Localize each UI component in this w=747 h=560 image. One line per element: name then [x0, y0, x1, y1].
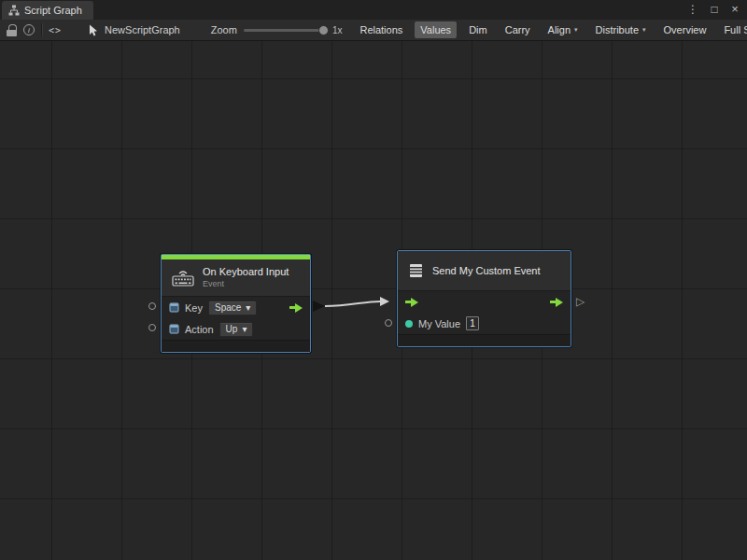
- relations-button[interactable]: Relations: [354, 21, 408, 38]
- external-port-circle-key[interactable]: [148, 302, 156, 310]
- node-on-keyboard-input[interactable]: On Keyboard Input Event Key Space ▾: [161, 254, 311, 353]
- info-icon[interactable]: i: [23, 24, 35, 35]
- zoom-slider[interactable]: [244, 29, 326, 32]
- node-title: On Keyboard Input: [203, 266, 289, 278]
- keyboard-icon: [171, 269, 195, 287]
- carry-label: Carry: [505, 24, 530, 35]
- window-controls: ⋮ □ ×: [687, 3, 740, 15]
- script-graph-window: Script Graph ⋮ □ × i <> NewScriptGraph Z…: [0, 0, 747, 560]
- node-header[interactable]: On Keyboard Input Event: [162, 259, 310, 297]
- connection-wire[interactable]: [325, 301, 380, 306]
- wire-start-arrow-icon[interactable]: [313, 301, 325, 312]
- graph-canvas[interactable]: On Keyboard Input Event Key Space ▾: [0, 41, 747, 560]
- graph-toolbar: i <> NewScriptGraph Zoom 1x Relations Va…: [0, 20, 747, 41]
- port-label: Key: [185, 302, 203, 314]
- external-control-output-icon[interactable]: ▷: [576, 296, 585, 307]
- connection-layer: [0, 41, 747, 560]
- port-label: Action: [185, 324, 214, 335]
- external-port-circle-my-value[interactable]: [385, 319, 392, 327]
- distribute-label: Distribute: [596, 24, 639, 35]
- key-dropdown[interactable]: Space ▾: [208, 301, 257, 315]
- values-button[interactable]: Values: [415, 21, 457, 38]
- type-icon: [169, 324, 179, 334]
- distribute-dropdown-button[interactable]: Distribute ▾: [590, 21, 652, 38]
- control-output-port[interactable]: [289, 303, 303, 313]
- chevron-down-icon: ▾: [246, 302, 250, 314]
- port-row-key: Key Space ▾: [162, 297, 310, 318]
- port-row-action: Action Up ▾: [162, 318, 310, 340]
- graph-asset-icon: [89, 24, 98, 36]
- control-flow-row: [398, 291, 571, 313]
- graph-name-label[interactable]: NewScriptGraph: [105, 24, 180, 35]
- node-footer: [398, 334, 571, 346]
- type-icon: [169, 302, 179, 313]
- key-dropdown-value: Space: [215, 302, 241, 314]
- toolbar-divider: [41, 23, 42, 36]
- node-title-block: On Keyboard Input Event: [203, 266, 289, 289]
- control-input-port[interactable]: [405, 298, 418, 307]
- port-row-my-value: My Value 1: [398, 313, 571, 334]
- node-send-my-custom-event[interactable]: Send My Custom Event My Value 1: [397, 250, 571, 347]
- node-header[interactable]: Send My Custom Event: [398, 251, 571, 291]
- wire-end-arrow-icon[interactable]: [380, 297, 389, 306]
- tab-script-graph[interactable]: Script Graph: [2, 1, 93, 20]
- node-footer: [162, 340, 310, 352]
- toolbar-buttons: Relations Values Dim Carry Align ▾ Distr…: [354, 21, 747, 38]
- zoom-slider-handle[interactable]: [318, 25, 329, 35]
- zoom-label: Zoom: [211, 24, 237, 35]
- port-label: My Value: [418, 318, 460, 329]
- tab-title: Script Graph: [24, 5, 82, 16]
- values-label: Values: [420, 24, 451, 35]
- external-port-circle-action[interactable]: [148, 324, 156, 331]
- kebab-menu-icon[interactable]: ⋮: [687, 4, 698, 15]
- dim-button[interactable]: Dim: [463, 21, 493, 38]
- script-graph-icon: [8, 5, 20, 16]
- close-icon[interactable]: ×: [730, 3, 740, 15]
- action-dropdown[interactable]: Up ▾: [219, 322, 254, 337]
- align-label: Align: [548, 24, 571, 35]
- chevron-down-icon: ▾: [642, 26, 646, 34]
- code-view-icon[interactable]: <>: [49, 25, 62, 35]
- align-dropdown-button[interactable]: Align ▾: [543, 21, 584, 38]
- overview-button[interactable]: Overview: [658, 21, 712, 38]
- my-value-input[interactable]: 1: [466, 316, 479, 330]
- chevron-down-icon: ▾: [242, 324, 247, 335]
- node-subtitle: Event: [203, 279, 289, 289]
- action-dropdown-value: Up: [226, 324, 238, 335]
- node-title: Send My Custom Event: [432, 265, 541, 277]
- lock-icon[interactable]: [7, 24, 17, 36]
- fullscreen-button[interactable]: Full S: [718, 21, 747, 38]
- zoom-value: 1x: [332, 25, 343, 35]
- control-output-port[interactable]: [550, 298, 563, 307]
- chevron-down-icon: ▾: [574, 26, 578, 34]
- maximize-icon[interactable]: □: [710, 4, 719, 15]
- value-port-icon[interactable]: [405, 320, 413, 328]
- dim-label: Dim: [469, 24, 487, 35]
- carry-button[interactable]: Carry: [500, 21, 536, 38]
- custom-event-icon: [407, 262, 425, 279]
- fullscreen-label: Full S: [724, 24, 747, 35]
- overview-label: Overview: [664, 24, 707, 35]
- tab-bar: Script Graph ⋮ □ ×: [0, 0, 747, 20]
- relations-label: Relations: [359, 24, 402, 35]
